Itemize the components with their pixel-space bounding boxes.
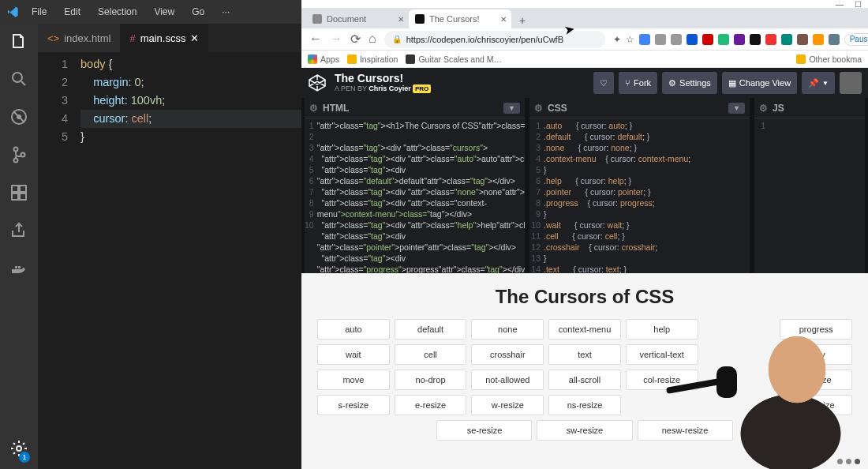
extension-icon[interactable]	[702, 34, 713, 45]
forward-icon[interactable]: →	[330, 32, 342, 47]
qr-icon[interactable]: ✦	[613, 34, 621, 45]
heart-icon: ♡	[600, 78, 608, 88]
gear-icon[interactable]: ⚙	[759, 103, 768, 114]
browser-tab-document[interactable]: Document ✕	[306, 9, 409, 28]
extension-icon[interactable]	[765, 34, 776, 45]
minimize-icon[interactable]: —	[836, 0, 844, 9]
browser-tab-cursors[interactable]: The Cursors! ✕	[409, 9, 511, 28]
heart-button[interactable]: ♡	[593, 72, 614, 94]
pen-title: The Cursors!	[335, 73, 431, 84]
git-icon[interactable]	[9, 145, 28, 164]
menu-more[interactable]: ···	[217, 6, 234, 17]
codepen-app: The Cursors! A PEN BY Chris CoyierPRO ♡ …	[301, 68, 868, 469]
menu-file[interactable]: File	[27, 6, 51, 17]
extension-icon[interactable]	[797, 34, 808, 45]
gear-icon[interactable]: ⚙	[534, 103, 543, 114]
lock-icon: 🔒	[392, 35, 402, 43]
cursor-cell[interactable]: not-allowed	[471, 370, 544, 390]
favicon-icon	[312, 14, 322, 24]
fork-icon: ⑂	[625, 78, 630, 88]
extension-icon[interactable]	[639, 34, 650, 45]
new-tab-button[interactable]: +	[514, 13, 530, 28]
profile-paused[interactable]: Paused 9	[844, 33, 868, 46]
cursor-cell[interactable]: crosshair	[471, 344, 544, 365]
close-icon[interactable]: ✕	[398, 15, 404, 24]
bookmark-guitar[interactable]: Guitar Scales and M…	[406, 54, 502, 64]
cursor-cell[interactable]: wait	[317, 344, 390, 365]
extension-icon[interactable]	[671, 34, 682, 45]
debug-icon[interactable]	[9, 107, 28, 126]
cursor-cell[interactable]: all-scroll	[548, 370, 621, 390]
bookmark-inspiration[interactable]: Inspiration	[347, 54, 398, 64]
cursor-cell[interactable]: ns-resize	[548, 395, 621, 415]
url-input[interactable]: 🔒 https://codepen.io/chriscoyier/pen/uCw…	[384, 31, 605, 48]
extension-icon[interactable]	[750, 34, 761, 45]
cursor-cell[interactable]: none	[471, 319, 544, 340]
microphone	[666, 358, 745, 437]
settings-icon[interactable]: 1	[9, 439, 28, 461]
star-icon[interactable]: ☆	[626, 34, 634, 45]
pane-label: CSS	[548, 103, 567, 114]
cursor-cell[interactable]: w-resize	[471, 395, 544, 415]
chevron-down-icon[interactable]: ▼	[728, 103, 745, 114]
preview-heading: The Cursors of CSS	[317, 286, 852, 308]
css-editor[interactable]: 1234567891011121314.auto { cursor: auto;…	[529, 118, 750, 273]
settings-button[interactable]: ⚙Settings	[662, 72, 717, 94]
cursor-cell[interactable]: default	[395, 319, 467, 340]
pin-button[interactable]: 📌▼	[802, 72, 835, 94]
files-icon[interactable]	[9, 32, 28, 51]
menu-go[interactable]: Go	[187, 6, 209, 17]
cursor-cell[interactable]: cell	[395, 344, 467, 365]
cursor-cell[interactable]: context-menu	[548, 319, 621, 340]
close-icon[interactable]: ✕	[190, 32, 199, 44]
cursor-cell[interactable]: move	[317, 370, 390, 390]
editor-tabs: <> index.html # main.scss ✕	[38, 24, 301, 52]
tab-main-scss[interactable]: # main.scss ✕	[120, 24, 208, 52]
extension-icon[interactable]	[734, 34, 745, 45]
window-controls: — ☐	[301, 0, 868, 8]
avatar[interactable]	[840, 72, 862, 94]
other-bookmarks[interactable]: Other bookma	[796, 54, 862, 64]
share-icon[interactable]	[9, 221, 28, 240]
cursor-cell[interactable]: sw-resize	[537, 420, 632, 441]
extension-icon[interactable]	[829, 34, 840, 45]
svg-point-2	[17, 114, 21, 119]
gear-icon[interactable]: ⚙	[309, 103, 318, 114]
tab-label: Document	[327, 14, 366, 24]
js-editor[interactable]: 1	[754, 118, 865, 273]
extension-icon[interactable]	[781, 34, 792, 45]
preview-pane: The Cursors of CSS autodefaultnonecontex…	[301, 273, 868, 469]
menu-view[interactable]: View	[149, 6, 179, 17]
close-icon[interactable]: ✕	[500, 15, 507, 24]
tab-index-html[interactable]: <> index.html	[38, 24, 120, 52]
extension-icon[interactable]	[655, 34, 666, 45]
omnibar: ← → ⟳ ⌂ 🔒 https://codepen.io/chriscoyier…	[301, 28, 868, 51]
reload-icon[interactable]: ⟳	[350, 32, 361, 47]
code-editor[interactable]: 12345 body { margin: 0; height: 100vh; c…	[38, 52, 301, 469]
fork-button[interactable]: ⑂Fork	[619, 72, 657, 94]
back-icon[interactable]: ←	[309, 32, 322, 47]
chevron-down-icon[interactable]: ▼	[503, 103, 520, 114]
settings-badge: 1	[19, 452, 30, 463]
home-icon[interactable]: ⌂	[369, 32, 376, 47]
cursor-cell[interactable]: no-drop	[395, 370, 467, 390]
search-icon[interactable]	[9, 69, 28, 88]
extension-icon[interactable]	[687, 34, 698, 45]
html-editor[interactable]: 12345678910"attr">class="tag"><h1>The Cu…	[305, 118, 525, 273]
extension-icon[interactable]	[813, 34, 824, 45]
apps-button[interactable]: Apps	[308, 54, 339, 64]
extension-icon[interactable]	[718, 34, 729, 45]
cursor-cell[interactable]: auto	[317, 319, 390, 340]
apps-label: Apps	[320, 54, 339, 64]
docker-icon[interactable]	[9, 259, 28, 278]
cursor-cell[interactable]: text	[548, 344, 621, 365]
css-pane: ⚙CSS▼ 1234567891011121314.auto { cursor:…	[529, 98, 750, 273]
cursor-cell[interactable]: se-resize	[436, 420, 532, 441]
menu-edit[interactable]: Edit	[59, 6, 85, 17]
maximize-icon[interactable]: ☐	[855, 0, 862, 9]
cursor-cell[interactable]: e-resize	[395, 395, 467, 415]
menu-selection[interactable]: Selection	[93, 6, 141, 17]
change-view-button[interactable]: ▦Change View	[722, 72, 797, 94]
extensions-icon[interactable]	[9, 183, 28, 202]
cursor-cell[interactable]: s-resize	[317, 395, 390, 415]
